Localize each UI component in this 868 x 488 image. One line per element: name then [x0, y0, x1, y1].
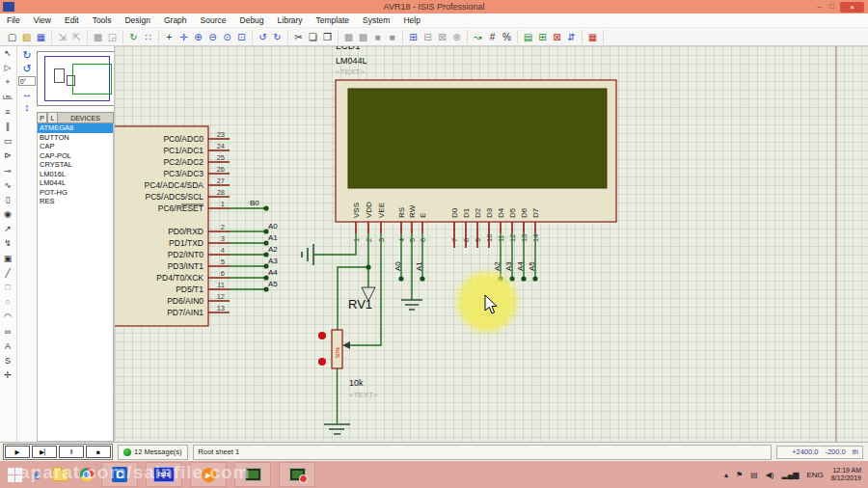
redo-icon[interactable]: ↻: [270, 30, 285, 44]
isis-taskbar-button[interactable]: isis: [146, 462, 182, 487]
language-indicator[interactable]: ENG: [807, 471, 824, 479]
print-icon[interactable]: ▩: [91, 30, 105, 44]
make-device-icon[interactable]: ⊟: [420, 30, 435, 44]
menu-tools[interactable]: Tools: [86, 14, 119, 27]
pan-icon[interactable]: ✛: [176, 30, 191, 44]
undo-icon[interactable]: ↺: [256, 30, 270, 44]
new-sheet-icon[interactable]: ⊞: [535, 30, 550, 44]
netlist-to-ares-icon[interactable]: ▦: [585, 30, 600, 44]
packaging-tool-icon[interactable]: ⊠: [435, 30, 449, 44]
rotate-cw-icon[interactable]: ↻: [22, 48, 31, 62]
component-mode-icon[interactable]: ▷: [0, 61, 15, 75]
device-item-cap-pol[interactable]: CAP-POL: [38, 151, 113, 161]
angle-field[interactable]: 0°: [18, 76, 36, 86]
pot-increase-handle[interactable]: [318, 332, 326, 339]
2d-path-icon[interactable]: ∞: [0, 325, 15, 339]
tape-recorder-icon[interactable]: ▯: [0, 193, 15, 207]
device-item-lm044l[interactable]: LM044L: [38, 178, 113, 188]
device-item-button[interactable]: BUTTON: [38, 133, 113, 143]
menu-view[interactable]: View: [27, 14, 58, 27]
cut-icon[interactable]: ✂: [291, 30, 306, 44]
subcircuit-icon[interactable]: ▭: [0, 134, 15, 149]
device-item-atmega8[interactable]: ATMEGA8: [38, 123, 113, 133]
menu-design[interactable]: Design: [118, 14, 156, 27]
file-explorer-icon[interactable]: [52, 469, 68, 481]
lcd-component[interactable]: LCD1 LM044L <TEXT> VSS VDD VEE RS RW E D…: [336, 46, 616, 248]
block-rotate-icon[interactable]: ■: [370, 30, 385, 44]
speaker-icon[interactable]: ◀): [766, 471, 774, 479]
device-item-res[interactable]: RES: [38, 197, 113, 206]
device-item-crystal[interactable]: CRYSTAL: [38, 160, 113, 170]
2d-line-icon[interactable]: ╱: [0, 266, 15, 281]
mcu-component[interactable]: PC0/ADC0 PC1/ADC1 PC2/ADC2 PC3/ADC3 PC4/…: [115, 126, 230, 326]
device-item-lm016l[interactable]: LM016L: [38, 170, 113, 179]
copy-icon[interactable]: ❏: [306, 30, 320, 44]
virtual-instruments-icon[interactable]: ▣: [0, 252, 15, 266]
block-copy-icon[interactable]: ▩: [341, 30, 356, 44]
overview-window[interactable]: [37, 51, 116, 106]
rotate-ccw-icon[interactable]: ↺: [22, 62, 31, 75]
menu-system[interactable]: System: [356, 14, 396, 27]
pick-devices-button[interactable]: P: [37, 112, 47, 123]
block-move-icon[interactable]: ▩: [356, 30, 370, 44]
selection-mode-icon[interactable]: ↖: [0, 46, 15, 61]
bus-icon[interactable]: ∥: [0, 120, 15, 134]
mirror-horizontal-icon[interactable]: ↔: [22, 87, 33, 100]
media-player-taskbar-button[interactable]: ▶: [190, 462, 227, 487]
menu-debug[interactable]: Debug: [233, 14, 271, 27]
current-probe-icon[interactable]: ↯: [0, 236, 15, 251]
schematic-canvas[interactable]: PC0/ADC0 PC1/ADC1 PC2/ADC2 PC3/ADC3 PC4/…: [114, 46, 868, 442]
import-section-icon[interactable]: ⇲: [55, 30, 69, 44]
codevision-taskbar-button[interactable]: C: [101, 462, 138, 487]
maximize-button[interactable]: □: [826, 0, 838, 14]
menu-template[interactable]: Template: [310, 14, 357, 27]
internet-explorer-icon[interactable]: e: [34, 466, 41, 483]
graph-mode-icon[interactable]: ∿: [0, 178, 15, 193]
export-section-icon[interactable]: ⇱: [69, 30, 84, 44]
text-script-icon[interactable]: ≡: [0, 105, 15, 120]
voltage-probe-icon[interactable]: ↗: [0, 222, 15, 236]
chrome-icon[interactable]: [80, 468, 94, 481]
device-item-pot-hg[interactable]: POT-HG: [38, 188, 113, 198]
device-item-cap[interactable]: CAP: [38, 142, 113, 151]
2d-circle-icon[interactable]: ○: [0, 295, 15, 310]
zoom-all-icon[interactable]: ⊙: [220, 30, 234, 44]
tray-expand-icon[interactable]: ▴: [724, 471, 728, 479]
wire-label-icon[interactable]: LBL: [0, 91, 15, 105]
search-tag-icon[interactable]: #: [485, 30, 500, 44]
pot-decrease-handle[interactable]: [318, 358, 326, 366]
refresh-icon[interactable]: ↻: [126, 30, 141, 44]
recorder-taskbar-button[interactable]: [279, 462, 315, 487]
2d-arc-icon[interactable]: ◠: [0, 310, 15, 324]
zoom-out-icon[interactable]: ⊖: [205, 30, 220, 44]
design-explorer-icon[interactable]: ▤: [521, 30, 535, 44]
paste-icon[interactable]: ❐: [320, 30, 335, 44]
device-pin-icon[interactable]: ⊸: [0, 164, 15, 178]
2d-text-icon[interactable]: A: [0, 339, 15, 354]
action-center-flag-icon[interactable]: ⚑: [736, 471, 743, 479]
goto-sheet-icon[interactable]: ⇵: [564, 30, 579, 44]
open-icon[interactable]: ▧: [19, 30, 34, 44]
minimize-button[interactable]: –: [813, 0, 826, 14]
menu-file[interactable]: File: [0, 14, 27, 27]
library-button[interactable]: L: [47, 112, 58, 123]
mirror-vertical-icon[interactable]: ↕: [24, 100, 30, 114]
property-assignment-icon[interactable]: %: [500, 30, 514, 44]
pause-button[interactable]: ‖: [59, 446, 84, 458]
generator-mode-icon[interactable]: ◉: [0, 207, 15, 222]
step-button[interactable]: ▶▏: [32, 446, 57, 458]
menu-graph[interactable]: Graph: [157, 14, 194, 27]
new-icon[interactable]: ▢: [5, 30, 19, 44]
capture-taskbar-button[interactable]: [234, 462, 271, 487]
marker-mode-icon[interactable]: ✛: [0, 368, 15, 383]
2d-symbol-icon[interactable]: S: [0, 354, 15, 368]
pick-parts-icon[interactable]: ⊞: [406, 30, 420, 44]
clock[interactable]: 12:19 AM 8/12/2019: [831, 467, 861, 483]
menu-help[interactable]: Help: [396, 14, 426, 27]
decompose-icon[interactable]: ⊗: [449, 30, 464, 44]
block-delete-icon[interactable]: ■: [385, 30, 399, 44]
origin-icon[interactable]: +: [162, 30, 176, 44]
2d-box-icon[interactable]: □: [0, 281, 15, 295]
save-icon[interactable]: ▦: [34, 30, 48, 44]
stop-button[interactable]: ■: [86, 446, 111, 458]
